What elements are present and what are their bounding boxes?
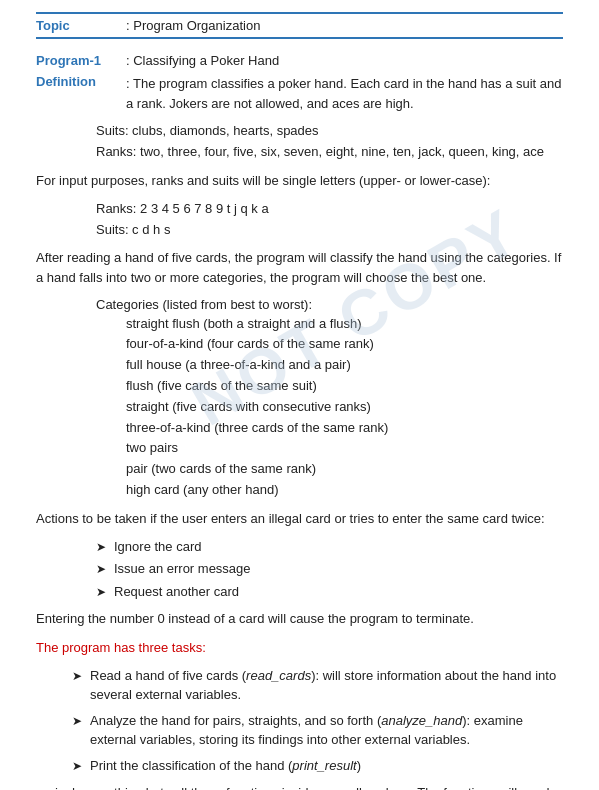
task-item: ➤Read a hand of five cards (read_cards):… [72,666,563,705]
category-item: two pairs [96,438,563,459]
suits-line: Suits: clubs, diamonds, hearts, spades [96,121,563,142]
suits-short: Suits: c d h s [96,220,563,241]
category-item: four-of-a-kind (four cards of the same r… [96,334,563,355]
ranks-line: Ranks: two, three, four, five, six, seve… [96,142,563,163]
actions-text: Actions to be taken if the user enters a… [36,509,563,529]
actions-list: ➤Ignore the card➤Issue an error message➤… [36,537,563,602]
program-label: Program-1 [36,53,126,68]
category-item: straight (five cards with consecutive ra… [96,397,563,418]
task-item: ➤Print the classification of the hand (p… [72,756,563,776]
task-arrow: ➤ [72,712,82,730]
task-item: ➤Analyze the hand for pairs, straights, … [72,711,563,750]
topic-value: : Program Organization [126,18,260,33]
main-desc-rest: does nothing but call these functions in… [36,785,550,790]
category-item: three-of-a-kind (three cards of the same… [96,418,563,439]
short-ranks-suits: Ranks: 2 3 4 5 6 7 8 9 t j q k a Suits: … [36,199,563,241]
main-desc: main does nothing but call these functio… [36,783,563,790]
categories-intro: Categories (listed from best to worst): [96,297,563,312]
program-title-text: : Classifying a Poker Hand [126,53,279,68]
definition-text: : The program classifies a poker hand. E… [126,74,563,113]
input-purpose-text: For input purposes, ranks and suits will… [36,171,563,191]
categories-block: Categories (listed from best to worst): … [36,297,563,501]
task-arrow: ➤ [72,667,82,685]
action-item: ➤Request another card [96,582,563,602]
category-item: high card (any other hand) [96,480,563,501]
categories-list: straight flush (both a straight and a fl… [96,314,563,501]
category-item: straight flush (both a straight and a fl… [96,314,563,335]
definition-label: Definition [36,74,126,89]
page-container: NOT COPY Topic : Program Organization Pr… [0,0,599,790]
action-item: ➤Ignore the card [96,537,563,557]
classify-text: After reading a hand of five cards, the … [36,248,563,288]
three-tasks-label: The program has three tasks: [36,638,563,658]
ranks-short: Ranks: 2 3 4 5 6 7 8 9 t j q k a [96,199,563,220]
tasks-list: ➤Read a hand of five cards (read_cards):… [36,666,563,776]
program-title-row: Program-1 : Classifying a Poker Hand [36,53,563,68]
category-item: full house (a three-of-a-kind and a pair… [96,355,563,376]
bullet-arrow: ➤ [96,583,106,601]
definition-row: Definition : The program classifies a po… [36,74,563,113]
bullet-arrow: ➤ [96,560,106,578]
category-item: pair (two cards of the same rank) [96,459,563,480]
category-item: flush (five cards of the same suit) [96,376,563,397]
suits-ranks-block: Suits: clubs, diamonds, hearts, spades R… [36,121,563,163]
topic-label: Topic [36,18,126,33]
top-bar: Topic : Program Organization [36,12,563,39]
task-arrow: ➤ [72,757,82,775]
zero-text: Entering the number 0 instead of a card … [36,609,563,629]
action-item: ➤Issue an error message [96,559,563,579]
bullet-arrow: ➤ [96,538,106,556]
